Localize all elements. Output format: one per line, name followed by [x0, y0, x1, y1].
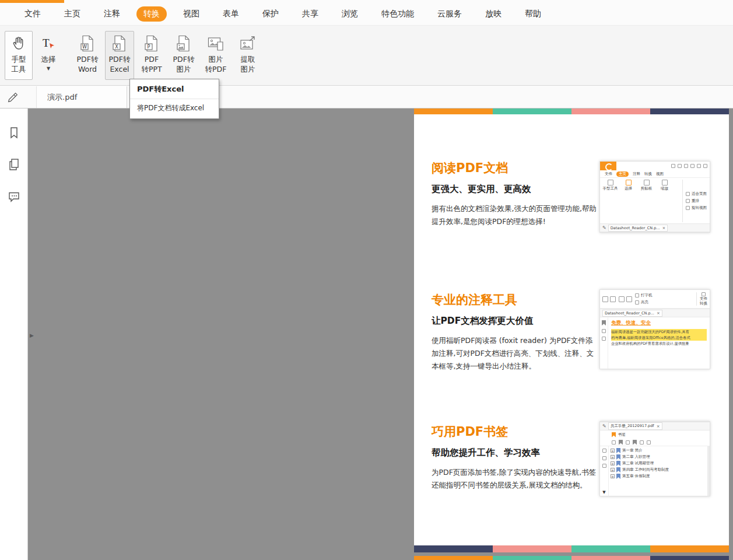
mini-text-line: 企业和政府机构的PDF查看需求而设计,提供批量 [611, 341, 707, 346]
menu-tab-home[interactable]: 主页 [57, 6, 87, 22]
mini-toolbar: 打字机 高亮 文件 转换 [600, 290, 710, 309]
bookmark-panel-icon[interactable] [7, 126, 21, 140]
mini-document-tab: Datasheet_Reader_CN.p... × [602, 310, 662, 317]
menu-tab-share[interactable]: 共享 [295, 6, 325, 22]
page-thumbnails-panel-icon[interactable] [7, 158, 21, 172]
section-body: 为PDF页面添加书签,除了实现内容的快速导航,书签还能指明不同书签的层级关系,展… [432, 466, 598, 492]
extract-image-button[interactable]: 提取 图片 [233, 31, 262, 80]
mini-window-icons [671, 164, 707, 168]
section-subheading: 帮助您提升工作、学习效率 [432, 447, 598, 459]
pdf-to-excel-label-2: Excel [110, 64, 129, 74]
mini-tool: 剪贴板 [639, 180, 654, 222]
hand-tool-button[interactable]: 手型 工具 [5, 31, 33, 80]
mini-bookmark-item: 第一章 简介 [611, 447, 707, 454]
mini-bookmark-item: 第五章 休假制度 [611, 473, 707, 480]
pdf-to-image-icon [176, 34, 191, 53]
section-body: 拥有出色的文档渲染效果,强大的页面管理功能,帮助提升效率,是您阅读PDF的理想选… [432, 202, 598, 228]
mini-text-line: 福昕阅读器是一款功能强大的PDF阅读软件,具有 [611, 329, 707, 335]
menu-tab-browse[interactable]: 浏览 [335, 6, 365, 22]
svg-text:X: X [115, 44, 118, 50]
menu-tab-features[interactable]: 特色功能 [374, 6, 421, 22]
document-tab-title: 演示.pdf [47, 92, 77, 103]
select-text-icon: T [41, 34, 56, 53]
mini-tool: 缩放 [657, 180, 672, 222]
document-tab-bar: 演示.pdf [0, 86, 733, 108]
extract-image-icon [240, 34, 256, 53]
ribbon-menubar: 文件 主页 注释 转换 视图 表单 保护 共享 浏览 特色功能 云服务 放映 帮… [0, 3, 733, 25]
pdf-to-image-label-2: 图片 [177, 64, 191, 74]
hand-tool-label-2: 工具 [12, 64, 26, 74]
pdf-to-word-label-1: PDF转 [77, 54, 99, 64]
mini-sidebar [600, 446, 609, 496]
mini-bookmark-icon [612, 432, 616, 438]
mini-scroll-down-icon [602, 490, 605, 495]
comments-panel-icon[interactable] [7, 190, 21, 204]
menu-tab-cloud[interactable]: 云服务 [430, 6, 469, 22]
document-tab[interactable]: 演示.pdf [36, 86, 127, 108]
mini-tool: 手型工具 [602, 180, 618, 222]
section-subheading: 更强大、更实用、更高效 [432, 183, 598, 195]
mini-bookmark-item: 第四章 工作时间与考勤制度 [611, 467, 707, 473]
hand-tool-label-1: 手型 [12, 54, 26, 64]
image-to-pdf-label-1: 图片 [209, 54, 223, 64]
mini-bookmark-item: 第三章 试用期管理 [611, 460, 707, 467]
section-subheading: 让PDF文档发挥更大价值 [432, 315, 598, 327]
mini-menu-item: 转换 [644, 172, 652, 177]
mini-pencil-icon [602, 424, 606, 429]
page-bottom-stripe [414, 545, 729, 552]
main-area: 阅读PDF文档 更强大、更实用、更高效 拥有出色的文档渲染效果,强大的页面管理功… [0, 108, 733, 560]
menu-tab-protect[interactable]: 保护 [255, 6, 286, 22]
svg-text:P: P [148, 44, 150, 50]
mini-bookmark-toolbar [600, 439, 710, 446]
tooltip-title: PDF转Excel [130, 79, 219, 99]
screenshot-annotation-ui: 打字机 高亮 文件 转换 Datasheet_Reader_CN.p... × [599, 289, 710, 369]
mini-text-line: 档与表单,福昕阅读器采用Office风格的,适合各式 [611, 335, 707, 341]
page-top-stripe [414, 108, 729, 114]
mini-bookmark-list: 第一章 简介 第二章 入职管理 第三章 试用期管理 第四章 工作时间与考勤制度 … [609, 446, 710, 496]
menu-tab-convert[interactable]: 转换 [136, 6, 167, 22]
menu-tab-help[interactable]: 帮助 [518, 6, 548, 22]
pdf-to-ppt-button[interactable]: P PDF 转PPT [137, 31, 166, 80]
mini-menubar: 文件 主页 注释 转换 视图 [600, 170, 710, 178]
menu-tab-comment[interactable]: 注释 [97, 6, 127, 22]
image-to-pdf-label-2: 转PDF [205, 64, 227, 74]
section-read-pdf: 阅读PDF文档 更强大、更实用、更高效 拥有出色的文档渲染效果,强大的页面管理功… [432, 160, 598, 228]
svg-text:W: W [82, 44, 87, 50]
image-to-pdf-icon [208, 34, 224, 53]
pdf-page: 阅读PDF文档 更强大、更实用、更高效 拥有出色的文档渲染效果,强大的页面管理功… [414, 108, 729, 552]
pdf-to-excel-tooltip: PDF转Excel 将PDF文档转成Excel [129, 79, 219, 119]
mini-highlighted-heading: 免费、快速、安全 [611, 320, 707, 327]
pdf-to-image-button[interactable]: PDF转 图片 [169, 31, 198, 80]
navigation-sidebar [0, 108, 28, 560]
screenshot-bookmark-ui: 员工手册_20120917.pdf × 书签 [599, 421, 710, 496]
mini-tab-row: Datasheet_Reader_CN.p... × [600, 223, 710, 232]
image-to-pdf-button[interactable]: 图片 转PDF [201, 31, 230, 80]
mini-titlebar [600, 162, 710, 170]
menu-tab-form[interactable]: 表单 [216, 6, 246, 22]
mini-menu-item: 文件 [605, 172, 612, 177]
select-dropdown-caret-icon[interactable]: ▼ [47, 66, 50, 71]
pdf-to-ppt-label-2: 转PPT [141, 64, 162, 74]
extract-image-label-2: 图片 [241, 64, 255, 74]
mini-menu-item: 视图 [656, 172, 664, 177]
mini-bookmark-item: 第二章 入职管理 [611, 454, 707, 460]
extract-image-label-1: 提取 [241, 54, 255, 64]
mini-panel-title: 书签 [618, 432, 626, 438]
mini-close-icon: × [657, 424, 660, 429]
panel-expand-handle-icon[interactable] [29, 330, 35, 341]
pdf-to-excel-button[interactable]: X PDF转 Excel [105, 31, 134, 80]
toolbar-group-spacer [64, 31, 70, 37]
mini-view-group: 适合页面 重排 旋转视图 [682, 180, 709, 222]
select-tool-button[interactable]: T 选择 ▼ [36, 31, 61, 80]
foxit-logo [600, 162, 616, 170]
menu-tab-file[interactable]: 文件 [17, 6, 48, 22]
pencil-icon[interactable] [6, 91, 19, 104]
menu-tab-present[interactable]: 放映 [478, 6, 508, 22]
pdf-to-word-button[interactable]: W PDF转 Word [73, 31, 102, 80]
mini-pencil-icon [602, 225, 606, 230]
mini-convert-tool: 文件 转换 [696, 292, 707, 306]
menu-tab-view[interactable]: 视图 [176, 6, 206, 22]
pdf-to-ppt-label-1: PDF [145, 54, 159, 64]
section-body: 使用福昕PDF阅读器 (foxit reader) 为PDF文件添加注释,可对P… [432, 334, 598, 373]
mini-tab-row: 员工手册_20120917.pdf × [600, 422, 710, 430]
